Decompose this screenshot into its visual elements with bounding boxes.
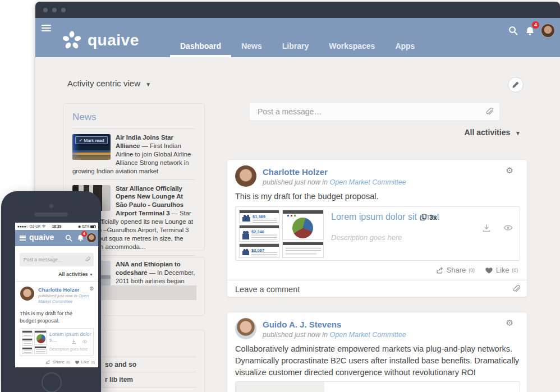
view-selector-dropdown[interactable]: Activity centric view ▼ [67, 79, 151, 88]
share-button[interactable]: Share (0) [436, 266, 475, 274]
tab-library[interactable]: Library [272, 37, 319, 57]
author-avatar[interactable] [235, 165, 256, 187]
community-link[interactable]: Open Market Committee [330, 331, 406, 339]
author-avatar[interactable] [20, 287, 34, 301]
pie-chart-thumbnail [282, 210, 324, 240]
attachment-preview[interactable] [235, 381, 520, 392]
window-dot-icon[interactable] [43, 8, 48, 12]
view-selector-label: Activity centric view [67, 79, 140, 88]
paperclip-icon[interactable] [84, 256, 90, 262]
main-nav: Dashboard News Library Workspaces Apps [170, 37, 425, 57]
screenshot-stage: quaive Dashboard News Library Workspaces… [0, 0, 560, 392]
phone-battery-status: ◉ 62% [78, 224, 96, 229]
chevron-down-icon: ▼ [145, 81, 151, 87]
like-button[interactable]: Like (0) [75, 359, 95, 365]
hamburger-menu-icon[interactable] [20, 236, 26, 241]
gear-icon[interactable]: ⚙ [506, 165, 513, 176]
pencil-icon [512, 81, 520, 89]
like-button[interactable]: Like (0) [485, 266, 518, 274]
tab-news[interactable]: News [231, 37, 272, 57]
app-logo-text[interactable]: quaive [29, 233, 54, 242]
share-button[interactable]: Share (0) [45, 359, 70, 365]
phone-statusbar: ●●●●○ O2-UK 16:39 ◉ 62% [15, 223, 98, 230]
search-icon[interactable] [508, 26, 518, 35]
author-name-link[interactable]: Charlotte Holzer [38, 287, 79, 293]
like-label: Like [496, 266, 509, 274]
chevron-down-icon: ▼ [89, 273, 93, 276]
window-dot-icon[interactable] [52, 8, 57, 12]
post-body: This is my draft for the budget proposal… [235, 191, 520, 202]
eye-icon[interactable] [503, 224, 513, 233]
chevron-down-icon: ▼ [515, 130, 521, 136]
tab-workspaces[interactable]: Workspaces [319, 37, 385, 57]
activities-filter-label: All activities [58, 271, 88, 277]
location-icon: ◉ [78, 224, 81, 228]
paperclip-icon[interactable] [511, 284, 520, 293]
activities-filter-dropdown[interactable]: All activities ▼ [58, 271, 93, 277]
author-name-link[interactable]: Guido A. J. Stevens [263, 320, 341, 329]
phone-app-header: quaive 4 [15, 230, 98, 246]
post-card: Charlotte Holzer ⚙ published just now in… [227, 159, 527, 297]
attachment-preview[interactable]: $1,369 $2,240 $2,067 [235, 206, 520, 261]
eye-icon[interactable] [82, 339, 88, 344]
byline-prefix: published just now in [263, 331, 328, 339]
activities-filter-dropdown[interactable]: All activities ▼ [465, 128, 521, 137]
post-message-input[interactable]: Post a message… [20, 253, 94, 266]
download-icon[interactable] [482, 224, 491, 233]
quaive-logo-icon [61, 30, 82, 51]
download-icon[interactable] [71, 339, 76, 344]
hamburger-menu-icon[interactable] [42, 25, 51, 31]
share-label: Share [447, 266, 466, 274]
phone-screen: ●●●●○ O2-UK 16:39 ◉ 62% quaive [15, 223, 98, 367]
browser-window: quaive Dashboard News Library Workspaces… [35, 2, 560, 392]
window-dot-icon[interactable] [61, 8, 66, 12]
attachment-description: Description goes here [49, 347, 88, 351]
copies-count: 3x [429, 214, 437, 222]
battery-percent: 62% [82, 224, 89, 228]
app-logo[interactable]: quaive [61, 30, 139, 51]
comment-input[interactable]: Leave a comment [227, 280, 527, 298]
attachment-preview[interactable]: Lorem ipsum dolor s… Description goes he… [20, 328, 94, 356]
like-label: Like [81, 359, 90, 365]
copies-icon [420, 214, 427, 221]
tab-apps[interactable]: Apps [385, 37, 425, 57]
post-message-placeholder: Post a message… [258, 107, 322, 116]
paperclip-icon[interactable] [484, 107, 493, 116]
post-message-placeholder: Post a message… [24, 257, 62, 262]
like-count: (0) [91, 361, 95, 364]
post-actions: Share (0) Like (0) [45, 359, 95, 365]
share-icon [45, 359, 51, 365]
post-byline: published just now in Open Market Commit… [38, 293, 95, 305]
user-avatar[interactable] [541, 24, 555, 38]
author-name-link[interactable]: Charlotte Holzer [263, 167, 328, 177]
gear-icon[interactable]: ⚙ [506, 318, 513, 328]
user-avatar[interactable] [86, 233, 97, 243]
community-link[interactable]: Open Market Committee [330, 178, 406, 186]
search-icon[interactable] [65, 234, 72, 242]
like-count: (0) [512, 268, 518, 273]
mark-read-button[interactable]: ✓ Mark read [75, 136, 108, 144]
activities-filter-label: All activities [465, 128, 511, 137]
phone-camera-dot [49, 204, 53, 208]
dashboard-content: Activity centric view ▼ News ✓ Mark read… [35, 57, 560, 392]
notification-badge[interactable]: 4 [532, 21, 539, 29]
byline-prefix: published just now in [38, 293, 77, 298]
edit-button[interactable] [508, 77, 524, 93]
news-portlet-title: News [72, 112, 195, 123]
news-item[interactable]: ✓ Mark read Air India Joins Star Allianc… [72, 128, 195, 179]
attachment-thumbnail-area [236, 382, 324, 392]
share-label: Share [52, 359, 64, 365]
app-header: quaive Dashboard News Library Workspaces… [35, 18, 560, 57]
gear-icon[interactable]: ⚙ [89, 285, 94, 292]
post-card: Guido A. J. Stevens ⚙ published just now… [227, 312, 527, 392]
phone-home-button[interactable] [42, 372, 62, 392]
tab-dashboard[interactable]: Dashboard [170, 37, 231, 57]
post-body: Collaboratively administrate empowered m… [235, 343, 520, 379]
attachment-thumbnails: $1,369 $2,240 $2,067 [239, 210, 324, 258]
author-avatar[interactable] [235, 318, 256, 339]
browser-titlebar [35, 2, 560, 18]
post-byline: published just now in Open Market Commit… [263, 331, 406, 339]
post-message-input[interactable]: Post a message… [250, 103, 499, 121]
phone-speaker-slot [34, 213, 68, 216]
comment-placeholder: Leave a comment [235, 285, 300, 294]
